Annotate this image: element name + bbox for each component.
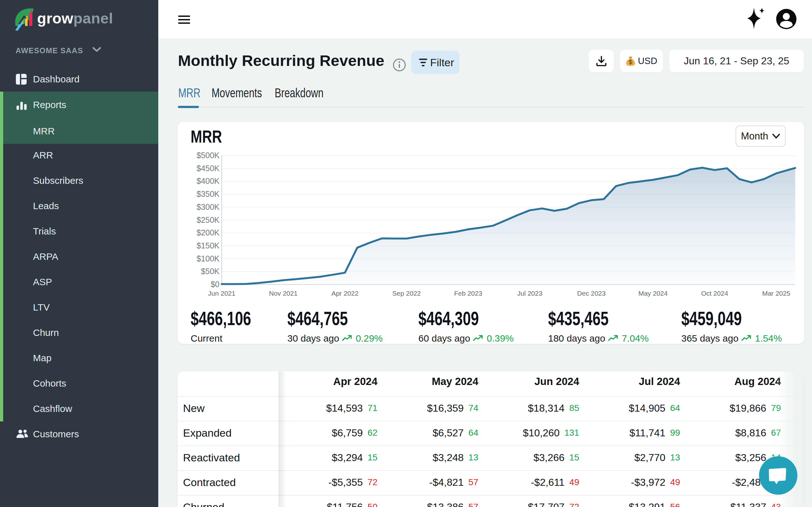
svg-text:Oct 2024: Oct 2024 bbox=[701, 290, 728, 297]
svg-text:$100K: $100K bbox=[197, 254, 220, 263]
svg-text:May 2024: May 2024 bbox=[639, 290, 668, 297]
svg-text:$450K: $450K bbox=[197, 164, 220, 173]
svg-text:$250K: $250K bbox=[197, 216, 220, 224]
svg-text:Jul 2023: Jul 2023 bbox=[517, 290, 542, 297]
svg-text:Nov 2021: Nov 2021 bbox=[269, 290, 298, 297]
svg-text:$500K: $500K bbox=[197, 151, 220, 160]
svg-text:Apr 2022: Apr 2022 bbox=[332, 290, 358, 297]
svg-text:$300K: $300K bbox=[197, 203, 220, 211]
svg-text:Sep 2022: Sep 2022 bbox=[392, 290, 421, 297]
svg-text:$50K: $50K bbox=[201, 267, 220, 276]
svg-text:Dec 2023: Dec 2023 bbox=[577, 290, 606, 297]
svg-text:Feb 2023: Feb 2023 bbox=[454, 290, 483, 297]
svg-text:$150K: $150K bbox=[197, 241, 220, 250]
svg-text:Mar 2025: Mar 2025 bbox=[762, 290, 791, 297]
svg-text:$400K: $400K bbox=[197, 176, 220, 185]
svg-text:$200K: $200K bbox=[197, 228, 220, 237]
svg-text:Jun 2021: Jun 2021 bbox=[208, 290, 235, 297]
svg-text:$350K: $350K bbox=[197, 189, 220, 199]
svg-text:$0: $0 bbox=[211, 280, 219, 289]
